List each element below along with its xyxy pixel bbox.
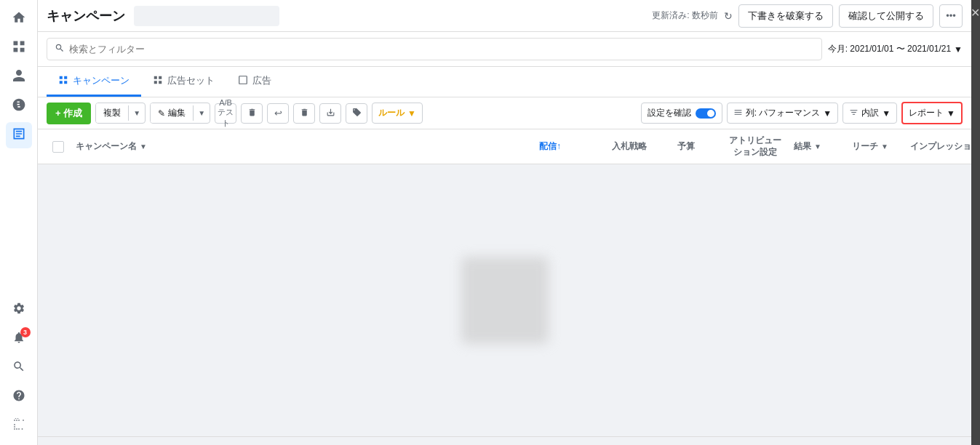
more-options-button[interactable]: ••• [939, 4, 963, 28]
undo-icon: ↩ [274, 108, 282, 119]
columns-button[interactable]: 列: パフォーマンス ▼ [727, 103, 839, 124]
settings-check-button[interactable]: 設定を確認 [641, 103, 722, 124]
sidebar-item-settings[interactable] [6, 297, 32, 323]
horizontal-scrollbar[interactable] [38, 436, 971, 445]
sidebar-item-apps[interactable] [6, 413, 32, 439]
breakdown-label: 内訳 [861, 107, 879, 119]
rule-button[interactable]: ルール ▼ [372, 103, 423, 124]
edit-dropdown-arrow[interactable]: ▼ [193, 105, 210, 121]
help-icon [12, 389, 25, 406]
main-content: キャンペーン 更新済み: 数秒前 ↻ 下書きを破棄する 確認して公開する •••… [38, 0, 971, 445]
sidebar-item-profile[interactable] [6, 64, 32, 90]
tab-ads[interactable]: 広告 [226, 67, 283, 97]
th-bid-label: 入札戦略 [612, 140, 647, 153]
th-delivery-label: 配信↑ [539, 140, 561, 153]
sidebar-item-notifications[interactable]: 3 [6, 326, 32, 352]
sidebar-item-home[interactable] [6, 6, 32, 32]
panel-close-icon[interactable]: ✕ [969, 6, 981, 20]
table-header: キャンペーン名 ▼ 配信↑ 入札戦略 予算 アトリビューション設定 結果 ▼ リ… [38, 129, 971, 164]
th-reach[interactable]: リーチ ▼ [846, 135, 904, 159]
columns-label: 列: パフォーマンス [746, 107, 821, 119]
copy-button[interactable]: 複製 [96, 103, 128, 123]
sidebar-item-search[interactable] [6, 355, 32, 381]
abtest-button[interactable]: A/Bテスト [215, 103, 236, 124]
ellipsis-icon: ••• [946, 10, 956, 21]
right-panel: ✕ [971, 0, 980, 445]
discard-draft-button[interactable]: 下書きを破棄する [738, 4, 833, 28]
export-icon [326, 108, 335, 119]
tab-ads-label: 広告 [252, 74, 271, 87]
settings-toggle[interactable] [696, 108, 716, 119]
tab-adsets[interactable]: 広告セット [141, 67, 226, 97]
report-chevron-icon: ▼ [947, 108, 955, 119]
settings-check-label: 設定を確認 [648, 107, 691, 119]
copy-dropdown-arrow[interactable]: ▼ [128, 105, 145, 121]
chevron-down-icon: ▼ [954, 44, 963, 55]
sidebar-bottom: 3 [6, 297, 32, 439]
copy-button-group: 複製 ▼ [95, 103, 146, 124]
th-reach-sort-icon: ▼ [881, 143, 888, 151]
search-icon [55, 43, 65, 55]
user-circle-icon [12, 68, 26, 87]
th-bid-strategy[interactable]: 入札戦略 [606, 135, 672, 159]
th-impressions[interactable]: インプレッション [904, 135, 963, 159]
search-input[interactable] [69, 44, 814, 55]
publish-button[interactable]: 確認して公開する [839, 4, 933, 28]
edit-button-group: ✎ 編集 ▼ [150, 103, 210, 124]
campaign-tab-icon [58, 75, 68, 87]
th-delivery[interactable]: 配信↑ [533, 135, 606, 159]
sidebar-item-ads[interactable] [6, 122, 32, 148]
select-all-checkbox[interactable] [52, 141, 64, 153]
table-icon [12, 127, 26, 145]
undo-button[interactable]: ↩ [267, 103, 289, 124]
empty-table-body [38, 164, 971, 436]
page-title: キャンペーン [47, 7, 125, 25]
search-icon [12, 360, 25, 377]
columns-icon [733, 108, 743, 119]
loading-placeholder [461, 257, 549, 344]
export-button[interactable] [319, 103, 341, 124]
tab-campaigns-label: キャンペーン [73, 74, 130, 87]
abtest-label: A/Bテスト [215, 98, 236, 129]
notification-badge: 3 [20, 327, 31, 337]
report-button[interactable]: レポート ▼ [901, 102, 963, 124]
th-checkbox-cell [47, 141, 70, 153]
breakdown-button[interactable]: 内訳 ▼ [842, 103, 897, 124]
th-budget[interactable]: 予算 [672, 135, 722, 159]
search-filter-wrap[interactable] [47, 38, 822, 60]
date-range-label: 今月: 2021/01/01 〜 2021/01/21 [828, 43, 951, 55]
th-results[interactable]: 結果 ▼ [788, 135, 846, 159]
th-attribution[interactable]: アトリビューション設定 [722, 129, 788, 164]
home-icon [12, 10, 26, 28]
ads-tab-icon [238, 75, 248, 87]
edit-button[interactable]: ✎ 編集 [151, 103, 193, 123]
delete-button[interactable] [241, 103, 263, 124]
th-campaign-name-label: キャンペーン名 [76, 140, 137, 153]
topbar: キャンペーン 更新済み: 数秒前 ↻ 下書きを破棄する 確認して公開する ••• [38, 0, 971, 32]
th-results-label: 結果 [794, 140, 811, 153]
th-budget-label: 予算 [677, 140, 695, 153]
smiley-icon [12, 97, 26, 116]
th-campaign-name[interactable]: キャンペーン名 ▼ [70, 135, 533, 159]
svg-rect-0 [239, 76, 247, 84]
refresh-icon[interactable]: ↻ [724, 10, 733, 22]
account-selector[interactable] [134, 6, 279, 26]
date-range-selector[interactable]: 今月: 2021/01/01 〜 2021/01/21 ▼ [828, 43, 963, 55]
grid-icon [12, 39, 26, 57]
tab-campaigns[interactable]: キャンペーン [47, 67, 141, 97]
breakdown-chevron-icon: ▼ [882, 108, 891, 119]
sidebar-item-help[interactable] [6, 384, 32, 410]
th-impressions-label: インプレッション [910, 140, 971, 153]
rule-arrow-icon: ▼ [407, 108, 416, 119]
tag-button[interactable] [346, 103, 367, 124]
sidebar-item-pages[interactable] [6, 93, 32, 119]
table-area: キャンペーン名 ▼ 配信↑ 入札戦略 予算 アトリビューション設定 結果 ▼ リ… [38, 129, 971, 445]
trash-button[interactable] [293, 103, 315, 124]
report-label: レポート [909, 107, 944, 119]
apps-icon [12, 418, 25, 435]
create-button[interactable]: + 作成 [47, 103, 91, 124]
sidebar-item-grid[interactable] [6, 35, 32, 61]
th-attribution-label: アトリビューション設定 [728, 135, 782, 158]
toolbar: + 作成 複製 ▼ ✎ 編集 ▼ A/Bテスト ↩ [38, 97, 971, 129]
rule-label: ルール [378, 107, 405, 119]
